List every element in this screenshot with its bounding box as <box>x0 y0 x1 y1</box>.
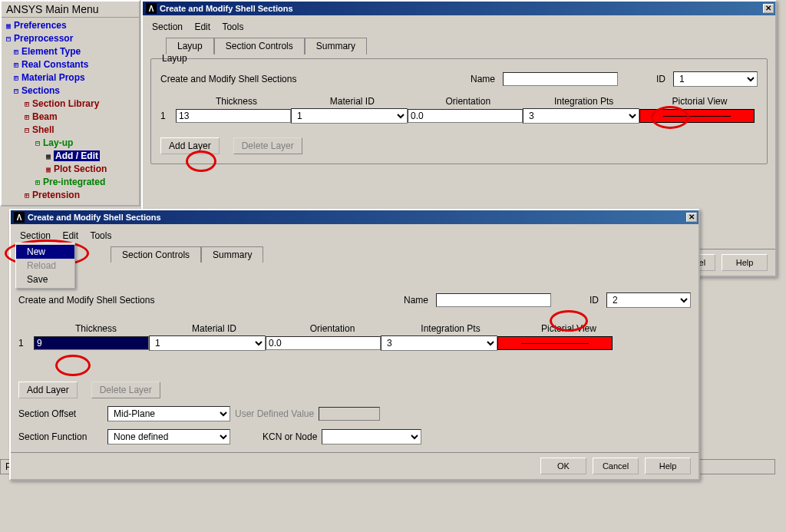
dlg2-title: Create and Modify Shell Sections <box>28 213 161 222</box>
dlg2-section-function-combo[interactable]: None defined <box>107 429 230 444</box>
ansys-main-menu-panel: ANSYS Main Menu ▦Preferences ⊟Preprocess… <box>0 0 140 207</box>
dlg1-tab-controls[interactable]: Section Controls <box>214 38 305 55</box>
dlg1-row-index: 1 <box>160 111 176 121</box>
dlg1-tab-summary[interactable]: Summary <box>305 38 367 55</box>
dlg1-column-headers: Thickness Material ID Orientation Integr… <box>160 96 758 107</box>
dlg1-tabs: Layup Section Controls Summary <box>166 37 768 54</box>
dlg2-udv-input <box>319 407 380 421</box>
dlg2-tab-controls[interactable]: Section Controls <box>111 246 201 263</box>
dlg2-menu-new[interactable]: New <box>16 245 74 259</box>
dlg1-menubar: Section Edit Tools <box>150 20 768 37</box>
dlg1-col-intpts: Integration Pts <box>526 96 642 107</box>
dlg1-title: Create and Modify Shell Sections <box>160 4 293 13</box>
tree-shell[interactable]: ⊟Shell <box>3 124 137 137</box>
dlg1-tab-layup[interactable]: Layup <box>166 38 214 55</box>
tree-real-constants[interactable]: ⊞Real Constants <box>3 58 137 71</box>
dlg1-material-combo[interactable]: 1 <box>291 108 408 124</box>
main-menu-title: ANSYS Main Menu <box>2 2 139 18</box>
dlg1-add-layer-button[interactable]: Add Layer <box>160 137 220 154</box>
dlg1-col-material: Material ID <box>294 96 410 107</box>
ansys-logo-icon: Λ <box>146 3 157 14</box>
dlg2-name-input[interactable] <box>436 293 551 307</box>
dlg2-column-headers: Thickness Material ID Orientation Integr… <box>18 323 691 334</box>
dlg1-heading: Create and Modify Shell Sections <box>160 74 345 84</box>
dlg2-section-menu-popup: New Reload Save <box>15 243 75 289</box>
dlg2-tab-summary[interactable]: Summary <box>201 246 263 263</box>
dlg2-section-offset-combo[interactable]: Mid-Plane <box>107 406 230 421</box>
dlg1-intpts-combo[interactable]: 3 <box>523 108 639 124</box>
dlg2-section-offset-label: Section Offset <box>18 408 103 419</box>
dlg1-col-thickness: Thickness <box>179 96 295 107</box>
dlg2-col-pictorial: Pictorial View <box>510 323 628 334</box>
dlg1-col-orientation: Orientation <box>410 96 526 107</box>
dlg1-help-button[interactable]: Help <box>722 254 768 271</box>
tree-preferences[interactable]: ▦Preferences <box>3 19 137 32</box>
dlg2-intpts-combo[interactable]: 3 <box>381 335 497 351</box>
dlg2-add-layer-button[interactable]: Add Layer <box>18 382 78 398</box>
tree-add-edit[interactable]: ▦Add / Edit <box>3 150 137 163</box>
dlg2-col-thickness: Thickness <box>37 323 155 334</box>
dlg2-kcn-combo[interactable] <box>322 429 421 444</box>
ansys-logo-icon: Λ <box>14 212 25 223</box>
dlg1-layup-group: Layup Create and Modify Shell Sections N… <box>150 58 768 164</box>
tree-beam[interactable]: ⊞Beam <box>3 111 137 124</box>
dlg2-name-label: Name <box>404 295 428 306</box>
dlg2-menu-save[interactable]: Save <box>16 273 74 286</box>
dlg1-close-button[interactable]: ✕ <box>763 4 774 13</box>
dlg2-thickness-input[interactable] <box>34 336 149 350</box>
dlg1-layer-row-1: 1 1 3 <box>160 108 758 124</box>
dlg1-thickness-input[interactable] <box>176 109 291 123</box>
dlg1-menu-section[interactable]: Section <box>150 20 190 34</box>
dlg2-section-function-label: Section Function <box>18 431 103 442</box>
dlg2-id-combo[interactable]: 2 <box>606 292 691 308</box>
dlg2-ok-button[interactable]: OK <box>540 458 586 474</box>
tree-plot-section[interactable]: ▦Plot Section <box>3 163 137 176</box>
dlg1-orientation-input[interactable] <box>408 109 523 123</box>
dlg1-titlebar[interactable]: Λ Create and Modify Shell Sections ✕ <box>143 2 775 15</box>
dlg2-heading: Create and Modify Shell Sections <box>18 295 203 306</box>
tree-lay-up[interactable]: ⊟Lay-up <box>3 137 137 150</box>
dlg2-col-orientation: Orientation <box>273 323 391 334</box>
dlg2-cancel-button[interactable]: Cancel <box>593 458 639 474</box>
dlg1-name-input[interactable] <box>503 72 618 86</box>
dlg2-delete-layer-button: Delete Layer <box>91 382 160 398</box>
dlg2-udv-label: User Defined Value <box>235 408 314 419</box>
dlg2-close-button[interactable]: ✕ <box>686 213 697 222</box>
tree-pretension[interactable]: ⊞Pretension <box>3 189 137 202</box>
dlg2-pictorial-view <box>497 336 613 350</box>
dlg2-menu-edit[interactable]: Edit <box>61 229 86 243</box>
tree-section-library[interactable]: ⊞Section Library <box>3 97 137 111</box>
dlg1-menu-tools[interactable]: Tools <box>220 20 251 34</box>
dlg1-delete-layer-button: Delete Layer <box>233 137 302 154</box>
dlg1-id-combo[interactable]: 1 <box>673 71 758 87</box>
tree-element-type[interactable]: ⊞Element Type <box>3 45 137 58</box>
tree-sections[interactable]: ⊟Sections <box>3 84 137 97</box>
dlg2-menu-tools[interactable]: Tools <box>88 229 119 243</box>
dlg2-tabs: Section Controls Summary <box>111 246 691 262</box>
dlg2-row-index: 1 <box>18 338 34 349</box>
tree-pre-integrated[interactable]: ⊞Pre-integrated <box>3 176 137 189</box>
dlg2-help-button[interactable]: Help <box>645 458 691 474</box>
dlg2-material-combo[interactable]: 1 <box>149 335 266 351</box>
dialog-shell-sections-2: Λ Create and Modify Shell Sections ✕ Sec… <box>9 209 700 481</box>
main-menu-tree: ▦Preferences ⊟Preprocessor ⊞Element Type… <box>2 18 139 205</box>
dlg2-kcn-label: KCN or Node <box>263 431 317 442</box>
dlg1-id-label: ID <box>656 74 665 84</box>
dlg2-col-material: Material ID <box>155 323 273 334</box>
dlg1-col-pictorial: Pictorial View <box>642 96 758 107</box>
dlg2-titlebar[interactable]: Λ Create and Modify Shell Sections ✕ <box>11 210 698 224</box>
dlg2-menubar: Section Edit Tools <box>18 229 691 246</box>
dlg2-id-label: ID <box>590 295 599 306</box>
dlg2-layer-row-1: 1 1 3 <box>18 335 691 351</box>
dlg1-pictorial-view <box>639 109 755 123</box>
dlg2-col-intpts: Integration Pts <box>391 323 510 334</box>
dlg2-bottom-buttons: OK Cancel Help <box>11 452 698 479</box>
dlg2-menu-section[interactable]: Section <box>18 229 58 243</box>
dlg2-menu-reload: Reload <box>16 259 74 273</box>
tree-preprocessor[interactable]: ⊟Preprocessor <box>3 32 137 45</box>
dlg1-menu-edit[interactable]: Edit <box>193 20 218 34</box>
dlg1-name-label: Name <box>471 74 495 84</box>
dlg2-orientation-input[interactable] <box>266 336 381 350</box>
tree-material-props[interactable]: ⊞Material Props <box>3 71 137 84</box>
